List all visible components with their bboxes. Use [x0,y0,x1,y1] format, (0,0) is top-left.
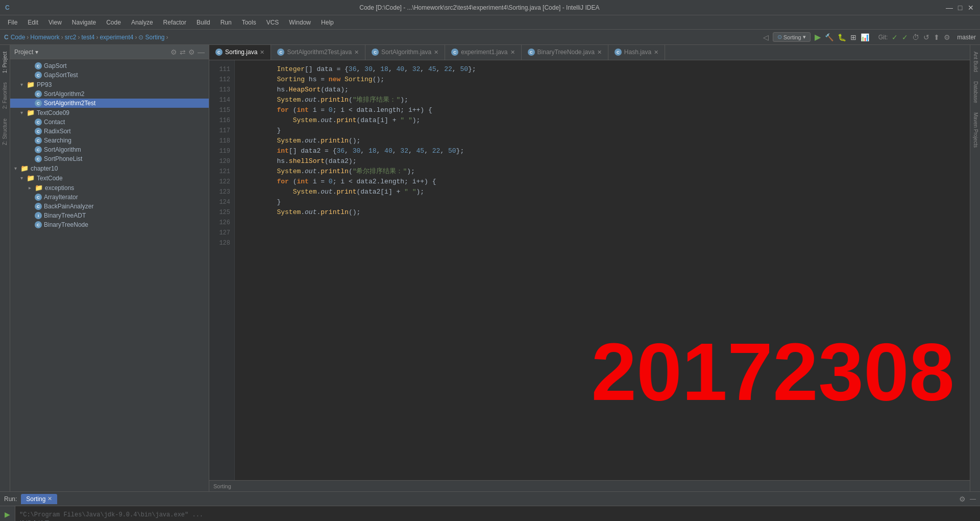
project-sync-btn[interactable]: ⚙ [170,48,177,56]
right-tab-database[interactable]: Database [970,77,980,107]
tree-item-binarytreeadt[interactable]: I BinaryTreeADT [10,211,209,220]
code-line-119: System.out.println(); [241,136,970,146]
tree-item-searching[interactable]: C Searching [10,136,209,145]
tab-sortalgorithm2test-java[interactable]: C SortAlgorithm2Test.java ✕ [271,45,365,60]
run-tab-sorting[interactable]: Sorting ✕ [21,494,57,504]
breadcrumb-sorting[interactable]: Sorting [145,34,164,41]
tree-label: BinaryTreeNode [44,221,88,228]
tree-item-gapsorttest[interactable]: C GapSortTest [10,70,209,80]
tab-sorting-java[interactable]: C Sorting.java ✕ [209,45,271,60]
debug-button[interactable]: 🐛 [838,33,846,41]
breadcrumb-test4[interactable]: test4 [81,34,94,41]
git-history-btn[interactable]: ⏱ [912,33,919,41]
tree-item-textcode[interactable]: ▾ 📁 TextCode [10,173,209,183]
tree-item-gapsort[interactable]: C GapSort [10,61,209,70]
tab-close-btn[interactable]: ✕ [510,49,515,56]
tree-item-contact[interactable]: C Contact [10,117,209,127]
menu-edit[interactable]: Edit [22,17,43,28]
tree-item-textcode09[interactable]: ▾ 📁 TextCode09 [10,108,209,117]
minimize-btn[interactable]: — [945,4,953,12]
menu-tools[interactable]: Tools [237,17,261,28]
menu-file[interactable]: File [3,17,22,28]
tree-label: SortAlgorithm2 [44,90,84,98]
menu-window[interactable]: Window [284,17,316,28]
breadcrumb-homework[interactable]: Homework [30,34,59,41]
menu-run[interactable]: Run [215,17,237,28]
git-settings-btn[interactable]: ⚙ [944,33,950,41]
maximize-btn[interactable]: □ [956,4,964,12]
run-tab-close-btn[interactable]: ✕ [47,495,52,502]
tree-item-binarytreenode[interactable]: C BinaryTreeNode [10,220,209,229]
menu-code[interactable]: Code [101,17,126,28]
tree-item-sortalgorithm2[interactable]: C SortAlgorithm2 [10,89,209,99]
tab-hash-java[interactable]: C Hash.java ✕ [608,45,665,60]
right-tab-maven[interactable]: Maven Projects [970,108,980,152]
right-tab-ant-build[interactable]: Ant Build [970,48,980,76]
code-line-126: } [241,197,970,207]
tab-binarytreenode-java[interactable]: C BinaryTreeNode.java ✕ [522,45,608,60]
menu-vcs[interactable]: VCS [261,17,284,28]
run-output-line-1: "C:\Program Files\Java\jdk-9.0.4\bin\jav… [19,510,976,519]
menu-help[interactable]: Help [316,17,339,28]
run-minimize-btn[interactable]: — [970,495,976,503]
tab-close-btn[interactable]: ✕ [354,49,359,56]
menu-navigate[interactable]: Navigate [67,17,101,28]
project-collapse-btn[interactable]: — [198,48,205,56]
editor-scroll-indicator: Sorting [209,480,970,491]
git-check-btn[interactable]: ✓ [892,33,898,41]
menu-build[interactable]: Build [191,17,215,28]
git-undo-btn[interactable]: ↺ [923,33,929,41]
breadcrumb-experiment4[interactable]: experiment4 [100,34,133,41]
tree-item-backpainanalyzer[interactable]: C BackPainAnalyzer [10,202,209,211]
project-panel: Project ▾ ⚙ ⇄ ⚙ — C GapSort C GapSortTes… [10,45,209,491]
run-settings-btn[interactable]: ⚙ [959,495,966,503]
run-button[interactable]: ▶ [815,32,821,42]
close-btn[interactable]: ✕ [967,4,975,12]
menu-view[interactable]: View [43,17,67,28]
tab-sortalgorithm-java[interactable]: C SortAlgorithm.java ✕ [365,45,445,60]
menu-analyze[interactable]: Analyze [126,17,158,28]
run-play-btn[interactable]: ▶ [2,509,13,520]
git-push-btn[interactable]: ⬆ [934,33,940,41]
breadcrumb-code[interactable]: Code [11,34,26,41]
sidebar-tab-structure[interactable]: Z: Structure [1,114,9,149]
tree-item-sortalgorithm[interactable]: C SortAlgorithm [10,145,209,154]
tree-item-exceptions[interactable]: ▸ 📁 exceptions [10,183,209,193]
project-title: Project ▾ [14,49,170,56]
project-settings-btn[interactable]: ⚙ [188,48,195,56]
tree-label: chapter10 [31,165,58,172]
tree-item-sortalgorithm2test[interactable]: C SortAlgorithm2Test [10,99,209,108]
project-header: Project ▾ ⚙ ⇄ ⚙ — [10,45,209,59]
tree-item-sortphonelist[interactable]: C SortPhoneList [10,154,209,163]
code-line-116: for (int i = 0; i < data.length; i++) { [241,105,970,115]
class-icon: C [35,119,42,126]
tab-close-btn[interactable]: ✕ [260,49,264,56]
tab-close-btn[interactable]: ✕ [597,49,602,56]
breadcrumb-src2[interactable]: src2 [65,34,77,41]
profile-button[interactable]: 📊 [861,33,869,41]
menu-refactor[interactable]: Refactor [158,17,191,28]
tab-close-btn[interactable]: ✕ [654,49,658,56]
coverage-button[interactable]: ⊞ [850,33,856,41]
tree-item-chapter10[interactable]: ▾ 📁 chapter10 [10,163,209,173]
class-icon: C [35,203,42,210]
tree-label: PP93 [37,81,52,88]
file-tree: C GapSort C GapSortTest ▾ 📁 PP93 C SortA… [10,59,209,491]
project-filter-btn[interactable]: ⇄ [180,48,186,56]
sidebar-tab-favorites[interactable]: 2: Favorites [1,78,9,113]
run-config-selector[interactable]: ⊙ Sorting ▾ [773,32,811,42]
tab-label: SortAlgorithm.java [381,49,431,56]
tree-item-radixsort[interactable]: C RadixSort [10,127,209,136]
sidebar-tab-project[interactable]: 1: Project [1,48,9,77]
folder-icon: 📁 [27,109,35,116]
run-controls: ▶ ▲ ■ ▼ ⏸ ↺ 📷 ⏬ [0,506,15,521]
nav-back-btn[interactable]: ◁ [763,33,769,41]
tree-item-pp93[interactable]: ▾ 📁 PP93 [10,80,209,89]
tree-label: Searching [44,137,71,144]
git-check2-btn[interactable]: ✓ [902,33,908,41]
build-button[interactable]: 🔨 [825,33,834,41]
tree-item-arrayiterator[interactable]: C ArrayIterator [10,193,209,202]
code-line-111: Integer[] data = {36, 30, 18, 40, 32, 45… [241,64,970,75]
tab-close-btn[interactable]: ✕ [434,49,438,56]
tab-experiment1-java[interactable]: C experiment1.java ✕ [445,45,521,60]
